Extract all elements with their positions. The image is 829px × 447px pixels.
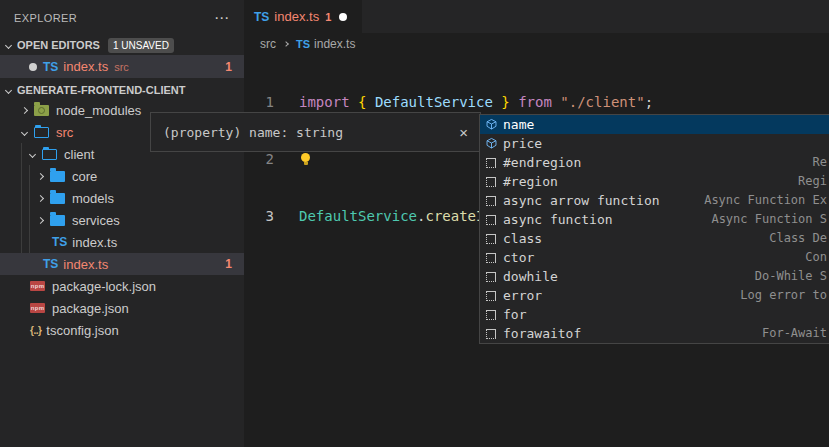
tree-item-label: index.ts — [63, 257, 108, 272]
tree-item-tsconfig-json[interactable]: {..} tsconfig.json — [0, 319, 244, 341]
open-editors-section-header[interactable]: OPEN EDITORS 1 UNSAVED — [0, 36, 244, 54]
chevron-right-icon — [37, 216, 44, 223]
tree-item-services[interactable]: services — [0, 209, 244, 231]
workspace-label: GENERATE-FRONTEND-CLIENT — [17, 84, 185, 96]
npm-file-icon: npm — [30, 303, 45, 313]
typescript-file-icon: TS — [296, 38, 310, 50]
suggestion-label: forawaitof — [503, 326, 581, 341]
suggestion-region[interactable]: #region Regi — [480, 172, 829, 191]
suggestion-label: async arrow function — [503, 193, 660, 208]
snippet-icon — [483, 155, 499, 171]
suggestion-forawaitof[interactable]: forawaitof For-Await — [480, 324, 829, 343]
editor-tab-bar: TS index.ts 1 — [244, 0, 829, 33]
close-icon[interactable]: × — [459, 124, 468, 141]
suggestion-async-arrow-function[interactable]: async arrow function Async Function Ex — [480, 191, 829, 210]
suggestion-detail: Re — [813, 153, 827, 172]
json-config-file-icon: {..} — [30, 325, 41, 336]
snippet-icon — [483, 288, 499, 304]
modified-dot-icon — [29, 63, 37, 71]
tree-item-label: services — [72, 213, 120, 228]
suggestion-endregion[interactable]: #endregion Re — [480, 153, 829, 172]
typescript-file-icon: TS — [43, 257, 58, 271]
explorer-title: EXPLORER — [14, 12, 77, 24]
tree-item-label: models — [72, 191, 114, 206]
code-token: import — [299, 94, 358, 110]
chevron-down-icon — [29, 150, 36, 157]
chevron-right-icon — [37, 194, 44, 201]
field-icon — [483, 117, 499, 133]
open-folder-icon — [34, 127, 49, 138]
suggest-details-text: (property) name: string — [163, 125, 343, 140]
problems-count-badge: 1 — [225, 60, 232, 74]
breadcrumb-separator-icon — [283, 41, 289, 47]
snippet-icon — [483, 307, 499, 323]
problems-count-badge: 1 — [225, 257, 232, 271]
tab-index-ts[interactable]: TS index.ts 1 — [244, 0, 362, 33]
open-folder-icon — [42, 149, 57, 160]
tree-item-label: package.json — [52, 301, 129, 316]
code-token: "./client" — [560, 94, 644, 110]
line-number: 3 — [244, 207, 290, 226]
suggestion-async-function[interactable]: async function Async Function S — [480, 210, 829, 229]
open-editor-path: src — [114, 61, 129, 73]
code-token: DefaultService — [366, 94, 501, 110]
tree-item-label: package-lock.json — [52, 279, 156, 294]
snippet-icon — [483, 269, 499, 285]
unsaved-dot-icon[interactable] — [339, 13, 347, 21]
suggestion-error[interactable]: error Log error to — [480, 286, 829, 305]
suggestion-detail: Class De — [769, 229, 827, 248]
suggestion-detail: Regi — [798, 172, 827, 191]
vscode-window: EXPLORER ⋯ OPEN EDITORS 1 UNSAVED TS ind… — [0, 0, 829, 447]
suggestion-detail: Async Function Ex — [704, 191, 827, 210]
snippet-icon — [483, 326, 499, 342]
suggestion-label: price — [503, 136, 542, 151]
tree-item-package-lock-json[interactable]: npm package-lock.json — [0, 275, 244, 297]
breadcrumb-folder[interactable]: src — [260, 37, 276, 51]
breadcrumb: src TS index.ts — [244, 33, 829, 55]
snippet-icon — [483, 250, 499, 266]
suggestion-ctor[interactable]: ctor Con — [480, 248, 829, 267]
lightbulb-icon[interactable] — [300, 153, 311, 164]
suggestion-dowhile[interactable]: dowhile Do-While S — [480, 267, 829, 286]
more-actions-icon[interactable]: ⋯ — [214, 13, 230, 23]
snippet-icon — [483, 174, 499, 190]
suggestion-price[interactable]: price — [480, 134, 829, 153]
open-editors-label: OPEN EDITORS — [17, 39, 100, 51]
tree-item-client-index-ts[interactable]: TS index.ts — [0, 231, 244, 253]
explorer-header: EXPLORER ⋯ — [0, 0, 244, 35]
line-number: 2 — [244, 150, 290, 169]
tree-item-models[interactable]: models — [0, 187, 244, 209]
code-token: ; — [645, 94, 653, 110]
folder-icon — [50, 215, 65, 226]
suggestion-class[interactable]: class Class De — [480, 229, 829, 248]
breadcrumb-file[interactable]: index.ts — [314, 37, 355, 51]
snippet-icon — [483, 193, 499, 209]
code-token: DefaultService — [299, 208, 417, 224]
typescript-file-icon: TS — [52, 235, 67, 249]
workspace-section-header[interactable]: GENERATE-FRONTEND-CLIENT — [0, 81, 244, 99]
suggestion-name[interactable]: name — [480, 115, 829, 134]
code-token: from — [510, 94, 561, 110]
suggestion-detail: Do-While S — [755, 267, 827, 286]
chevron-right-icon — [37, 172, 44, 179]
suggestion-label: ctor — [503, 250, 534, 265]
npm-file-icon: npm — [30, 281, 45, 291]
typescript-file-icon: TS — [254, 10, 269, 24]
code-line-1: 1import { DefaultService } from "./clien… — [244, 93, 829, 112]
suggestion-for[interactable]: for — [480, 305, 829, 324]
chevron-down-icon — [5, 86, 12, 93]
open-editor-item-index-ts[interactable]: TS index.ts src 1 — [0, 55, 244, 78]
suggestion-detail: For-Await — [762, 324, 827, 343]
snippet-icon — [483, 231, 499, 247]
tree-item-src-index-ts[interactable]: TS index.ts 1 — [0, 253, 244, 275]
open-editor-filename: index.ts — [63, 59, 108, 74]
line-number: 1 — [244, 93, 290, 112]
suggestion-detail: Con — [805, 248, 827, 267]
tree-item-label: tsconfig.json — [46, 323, 118, 338]
unsaved-badge: 1 UNSAVED — [108, 38, 174, 53]
tab-problems-badge: 1 — [325, 11, 331, 23]
suggest-details-tooltip: (property) name: string × — [150, 112, 481, 152]
tree-item-package-json[interactable]: npm package.json — [0, 297, 244, 319]
tree-item-label: index.ts — [72, 235, 117, 250]
tree-item-core[interactable]: core — [0, 165, 244, 187]
